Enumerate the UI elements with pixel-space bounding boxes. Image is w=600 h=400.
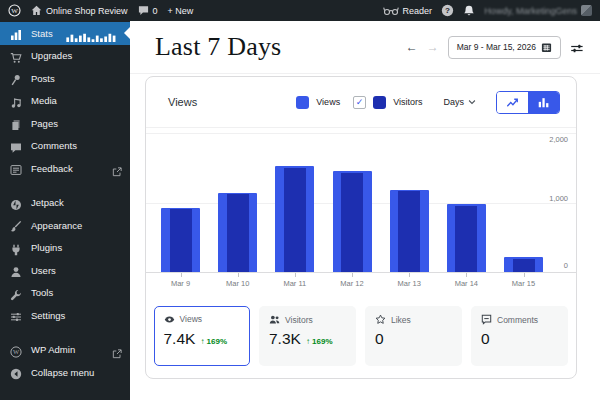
topbar-comments[interactable]: 0 bbox=[138, 5, 158, 16]
filter-icon[interactable] bbox=[570, 41, 584, 54]
svg-text:W: W bbox=[13, 348, 20, 355]
line-chart-toggle-button[interactable] bbox=[497, 92, 528, 113]
svg-text:W: W bbox=[11, 7, 18, 15]
x-axis-label: Mar 13 bbox=[386, 279, 432, 288]
x-axis-line bbox=[146, 272, 576, 273]
visitors-bar[interactable] bbox=[227, 194, 249, 272]
sidebar-item-feedback[interactable]: Feedback bbox=[0, 157, 130, 180]
chart-plot: 01,0002,000Mar 9Mar 10Mar 11Mar 12Mar 13… bbox=[146, 128, 576, 290]
x-axis-label: Mar 11 bbox=[272, 279, 318, 288]
summary-card-comments[interactable]: Comments0 bbox=[471, 306, 568, 366]
visitors-bar[interactable] bbox=[455, 206, 477, 272]
interval-dropdown[interactable]: Days bbox=[443, 97, 477, 107]
account-menu[interactable]: Howdy, MarketingGens bbox=[484, 5, 592, 16]
visitors-bar[interactable] bbox=[513, 259, 535, 272]
y-axis-tick: 0 bbox=[564, 261, 568, 270]
site-menu[interactable]: Online Shop Review bbox=[31, 5, 128, 16]
sidebar-item-collapse-menu[interactable]: Collapse menu bbox=[0, 361, 130, 384]
sidebar-item-label: Collapse menu bbox=[31, 367, 94, 378]
sidebar-item-label: Upgrades bbox=[31, 50, 72, 61]
sidebar-item-label: Appearance bbox=[31, 220, 82, 231]
x-axis-tick bbox=[352, 273, 353, 277]
appearance-icon bbox=[10, 219, 22, 231]
trend-line-icon bbox=[506, 96, 519, 109]
avatar bbox=[581, 5, 592, 16]
x-axis-tick bbox=[524, 273, 525, 277]
stats-icon bbox=[10, 27, 22, 39]
summary-card-visitors[interactable]: Visitors7.3K↑ 169% bbox=[259, 306, 356, 366]
visitors-bar[interactable] bbox=[284, 168, 306, 272]
collapse-icon bbox=[10, 366, 22, 378]
sidebar-separator bbox=[0, 180, 130, 192]
gridline bbox=[146, 133, 576, 134]
sidebar-item-stats[interactable]: Stats bbox=[0, 22, 130, 45]
sidebar-item-label: Posts bbox=[31, 73, 55, 84]
visitors-bar[interactable] bbox=[398, 191, 420, 272]
site-name: Online Shop Review bbox=[46, 6, 128, 16]
page-title: Last 7 Days bbox=[155, 32, 281, 62]
sidebar-separator bbox=[0, 327, 130, 339]
sidebar-item-label: Plugins bbox=[31, 242, 62, 253]
sidebar-item-comments[interactable]: Comments bbox=[0, 135, 130, 158]
sidebar-item-upgrades[interactable]: Upgrades bbox=[0, 45, 130, 68]
svg-text:?: ? bbox=[445, 6, 450, 15]
sidebar-item-label: Feedback bbox=[31, 163, 73, 174]
jetpack-icon bbox=[10, 197, 22, 209]
summary-card-value: 0 bbox=[375, 330, 384, 348]
users-icon bbox=[10, 264, 22, 276]
media-icon bbox=[10, 95, 22, 107]
visitors-bar[interactable] bbox=[170, 209, 192, 272]
main-content: Last 7 Days ← → Mar 9 - Mar 15, 2026 Vie… bbox=[130, 21, 600, 400]
sidebar-item-label: Comments bbox=[31, 140, 77, 151]
header-divider bbox=[130, 73, 600, 74]
x-axis-tick bbox=[466, 273, 467, 277]
help-icon[interactable]: ? bbox=[441, 4, 454, 17]
pages-icon bbox=[10, 117, 22, 129]
summary-card-likes[interactable]: Likes0 bbox=[365, 306, 462, 366]
external-link-icon bbox=[112, 345, 122, 355]
chart-title: Views bbox=[168, 96, 197, 108]
settings-icon bbox=[10, 309, 22, 321]
visitors-legend-label: Visitors bbox=[393, 97, 422, 107]
sidebar-item-label: Tools bbox=[31, 287, 53, 298]
bar-chart-toggle-button[interactable] bbox=[528, 92, 559, 113]
sidebar-item-label: Users bbox=[31, 265, 56, 276]
page-header: Last 7 Days ← → Mar 9 - Mar 15, 2026 bbox=[130, 21, 600, 73]
sidebar-item-jetpack[interactable]: Jetpack bbox=[0, 192, 130, 215]
tools-icon bbox=[10, 287, 22, 299]
chevron-down-icon bbox=[467, 97, 477, 107]
new-menu[interactable]: + New bbox=[168, 6, 194, 16]
summary-card-value: 7.4K bbox=[164, 330, 196, 348]
views-swatch bbox=[296, 96, 309, 109]
date-range-button[interactable]: Mar 9 - Mar 15, 2026 bbox=[448, 36, 561, 59]
summary-card-value: 0 bbox=[481, 330, 490, 348]
x-axis-tick bbox=[181, 273, 182, 277]
sidebar-item-pages[interactable]: Pages bbox=[0, 112, 130, 135]
notifications-bell-icon[interactable] bbox=[463, 5, 475, 17]
people-icon bbox=[269, 314, 280, 325]
sidebar-item-media[interactable]: Media bbox=[0, 90, 130, 113]
visitors-bar[interactable] bbox=[341, 173, 363, 272]
sidebar-item-settings[interactable]: Settings bbox=[0, 304, 130, 327]
chart-card-header: Views Views ✓ Visitors Days bbox=[146, 77, 576, 127]
next-period-button[interactable]: → bbox=[427, 41, 439, 53]
sidebar-item-tools[interactable]: Tools bbox=[0, 282, 130, 305]
summary-card-label: Comments bbox=[497, 315, 538, 325]
sidebar-item-appearance[interactable]: Appearance bbox=[0, 214, 130, 237]
wordpress-logo-icon[interactable]: W bbox=[8, 4, 21, 17]
sidebar-item-wp-admin[interactable]: WWP Admin bbox=[0, 339, 130, 362]
home-icon bbox=[31, 5, 42, 16]
sidebar-item-users[interactable]: Users bbox=[0, 259, 130, 282]
visitors-checkbox[interactable]: ✓ bbox=[353, 96, 366, 109]
summary-card-views[interactable]: Views7.4K↑ 169% bbox=[154, 306, 250, 366]
prev-period-button[interactable]: ← bbox=[406, 41, 418, 53]
y-axis-tick: 2,000 bbox=[549, 135, 568, 144]
sidebar-item-plugins[interactable]: Plugins bbox=[0, 237, 130, 260]
sidebar-item-posts[interactable]: Posts bbox=[0, 67, 130, 90]
sidebar-item-label: WP Admin bbox=[31, 344, 75, 355]
sidebar-item-label: Settings bbox=[31, 310, 65, 321]
reader-link[interactable]: Reader bbox=[383, 6, 433, 16]
summary-cards: Views7.4K↑ 169%Visitors7.3K↑ 169%Likes0C… bbox=[154, 306, 568, 366]
bar-chart-icon bbox=[537, 96, 550, 109]
interval-label: Days bbox=[443, 97, 464, 107]
